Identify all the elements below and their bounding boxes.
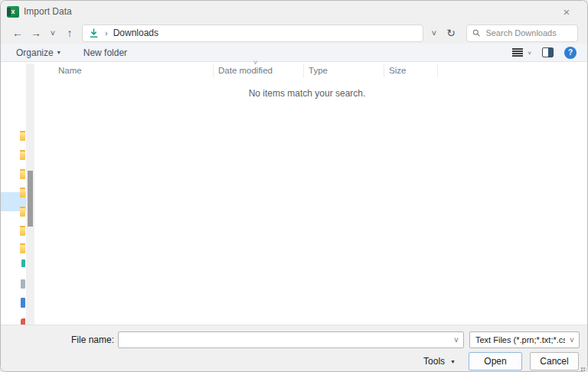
drive-icon[interactable] bbox=[21, 279, 25, 289]
breadcrumb-chevron-icon: › bbox=[105, 28, 108, 38]
open-button[interactable]: Open bbox=[469, 352, 522, 370]
documents-icon[interactable] bbox=[21, 298, 25, 308]
column-headers: Name ˅ Date modified Type Size bbox=[35, 64, 587, 77]
back-icon[interactable]: ← bbox=[8, 24, 27, 42]
chevron-down-icon: ▾ bbox=[57, 49, 60, 56]
folder-icon[interactable] bbox=[20, 226, 25, 236]
tools-menu-button[interactable]: Tools ▼ bbox=[423, 356, 456, 367]
new-folder-label: New folder bbox=[83, 47, 127, 58]
chevron-down-icon: ˅ bbox=[565, 336, 579, 344]
title-bar: x Import Data × bbox=[1, 1, 587, 22]
preview-pane-icon[interactable] bbox=[542, 47, 554, 57]
dialog-footer: File name: ˅ Text Files (*.prn;*.txt;*.c… bbox=[1, 325, 587, 371]
folder-icon[interactable] bbox=[20, 243, 25, 253]
file-name-label: File name: bbox=[1, 334, 114, 345]
new-folder-button[interactable]: New folder bbox=[83, 45, 127, 60]
change-view-button[interactable]: ˅ bbox=[512, 48, 531, 57]
column-header-date-modified[interactable]: ˅ Date modified bbox=[213, 64, 303, 77]
file-name-combobox[interactable]: ˅ bbox=[118, 331, 464, 348]
recent-locations-icon[interactable]: ˅ bbox=[45, 24, 60, 42]
empty-results-message: No items match your search. bbox=[35, 88, 579, 99]
breadcrumb-downloads[interactable]: Downloads bbox=[113, 28, 158, 38]
folder-icon[interactable] bbox=[20, 131, 25, 141]
search-input[interactable] bbox=[485, 28, 572, 38]
action-buttons-row: Tools ▼ Open Cancel bbox=[1, 352, 587, 370]
help-icon[interactable]: ? bbox=[564, 47, 577, 59]
view-caret-icon: ˅ bbox=[528, 50, 531, 57]
dialog-body: Name ˅ Date modified Type Size No items … bbox=[1, 64, 587, 328]
file-type-value: Text Files (*.prn;*.txt;*.csv) bbox=[470, 335, 565, 344]
column-header-type[interactable]: Type bbox=[303, 64, 384, 77]
up-icon[interactable]: ↑ bbox=[60, 24, 79, 42]
sidebar-scrollbar[interactable] bbox=[26, 64, 34, 328]
forward-icon[interactable]: → bbox=[27, 24, 45, 42]
address-dropdown-icon[interactable]: ˅ bbox=[426, 24, 443, 42]
file-type-select[interactable]: Text Files (*.prn;*.txt;*.csv) ˅ bbox=[469, 331, 580, 348]
downloads-icon[interactable] bbox=[21, 259, 25, 267]
navigation-bar: ← → ˅ ↑ › Downloads ˅ ↻ bbox=[1, 22, 587, 44]
file-name-input[interactable] bbox=[119, 332, 449, 348]
navigation-pane[interactable] bbox=[1, 64, 26, 328]
folder-icon[interactable] bbox=[20, 188, 25, 197]
folder-icon[interactable] bbox=[20, 150, 25, 160]
command-toolbar: Organize ▾ New folder ˅ ? bbox=[1, 44, 587, 62]
column-header-name[interactable]: Name bbox=[35, 64, 213, 77]
list-view-icon bbox=[512, 48, 523, 56]
file-name-row: File name: ˅ Text Files (*.prn;*.txt;*.c… bbox=[1, 331, 587, 348]
toolbar-right-group: ˅ ? bbox=[512, 47, 577, 59]
window-title: Import Data bbox=[24, 6, 72, 17]
triangle-down-icon: ▼ bbox=[450, 359, 456, 364]
organize-button[interactable]: Organize ▾ bbox=[16, 45, 60, 60]
refresh-icon[interactable]: ↻ bbox=[443, 24, 459, 42]
resize-grip[interactable] bbox=[579, 363, 585, 369]
file-list-area: Name ˅ Date modified Type Size No items … bbox=[35, 64, 587, 328]
address-bar[interactable]: › Downloads bbox=[82, 24, 423, 42]
excel-app-icon: x bbox=[7, 6, 19, 18]
import-data-dialog: x Import Data × ← → ˅ ↑ › Downloads ˅ ↻ bbox=[0, 0, 588, 372]
close-icon[interactable]: × bbox=[557, 3, 577, 20]
organize-label: Organize bbox=[16, 47, 54, 58]
search-icon bbox=[472, 28, 480, 38]
chevron-down-icon[interactable]: ˅ bbox=[449, 336, 463, 344]
cancel-button[interactable]: Cancel bbox=[530, 352, 579, 370]
column-header-size[interactable]: Size bbox=[384, 64, 438, 77]
scrollbar-thumb[interactable] bbox=[28, 171, 33, 227]
folder-icon[interactable] bbox=[20, 207, 25, 217]
downloads-folder-icon bbox=[89, 28, 99, 38]
folder-icon[interactable] bbox=[20, 169, 25, 179]
search-box[interactable] bbox=[466, 24, 578, 42]
sort-indicator-icon: ˅ bbox=[253, 59, 257, 67]
